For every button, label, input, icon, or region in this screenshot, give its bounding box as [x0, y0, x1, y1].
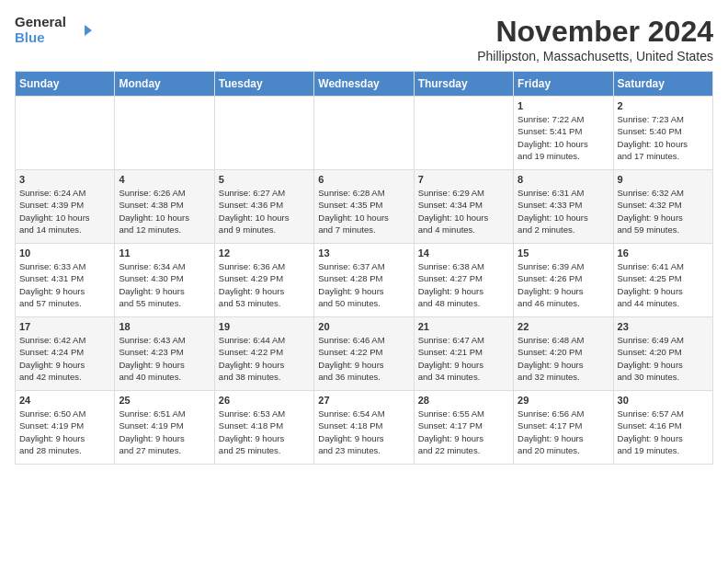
day-info: Sunrise: 6:28 AM Sunset: 4:35 PM Dayligh…: [318, 187, 409, 236]
day-number: 12: [219, 247, 310, 259]
day-info: Sunrise: 6:38 AM Sunset: 4:27 PM Dayligh…: [418, 260, 509, 309]
day-info: Sunrise: 7:23 AM Sunset: 5:40 PM Dayligh…: [618, 113, 709, 162]
day-number: 7: [418, 174, 509, 185]
day-cell-22: 22Sunrise: 6:48 AM Sunset: 4:20 PM Dayli…: [514, 317, 613, 391]
day-header-monday: Monday: [115, 72, 214, 97]
empty-cell: [115, 97, 214, 170]
week-row-2: 3Sunrise: 6:24 AM Sunset: 4:39 PM Daylig…: [16, 170, 713, 244]
page-header: General Blue November 2024 Phillipston, …: [15, 15, 713, 63]
day-cell-10: 10Sunrise: 6:33 AM Sunset: 4:31 PM Dayli…: [16, 244, 115, 317]
day-info: Sunrise: 6:57 AM Sunset: 4:16 PM Dayligh…: [618, 408, 709, 456]
day-cell-7: 7Sunrise: 6:29 AM Sunset: 4:34 PM Daylig…: [414, 170, 513, 244]
calendar-table: SundayMondayTuesdayWednesdayThursdayFrid…: [15, 71, 713, 465]
day-info: Sunrise: 6:32 AM Sunset: 4:32 PM Dayligh…: [618, 187, 709, 236]
day-cell-13: 13Sunrise: 6:37 AM Sunset: 4:28 PM Dayli…: [314, 244, 414, 317]
day-header-tuesday: Tuesday: [214, 72, 313, 97]
day-number: 6: [318, 174, 409, 185]
day-info: Sunrise: 6:55 AM Sunset: 4:17 PM Dayligh…: [418, 408, 509, 456]
day-cell-4: 4Sunrise: 6:26 AM Sunset: 4:38 PM Daylig…: [115, 170, 214, 244]
empty-cell: [16, 97, 115, 170]
day-info: Sunrise: 6:44 AM Sunset: 4:22 PM Dayligh…: [219, 334, 310, 383]
day-number: 17: [19, 321, 110, 332]
day-info: Sunrise: 6:41 AM Sunset: 4:25 PM Dayligh…: [618, 260, 709, 309]
day-info: Sunrise: 6:48 AM Sunset: 4:20 PM Dayligh…: [518, 334, 609, 383]
day-number: 11: [119, 247, 210, 259]
day-header-wednesday: Wednesday: [314, 72, 414, 97]
day-cell-23: 23Sunrise: 6:49 AM Sunset: 4:20 PM Dayli…: [613, 317, 712, 391]
day-number: 16: [618, 247, 709, 259]
day-cell-18: 18Sunrise: 6:43 AM Sunset: 4:23 PM Dayli…: [115, 317, 214, 391]
logo-line2: Blue: [15, 30, 66, 46]
day-cell-1: 1Sunrise: 7:22 AM Sunset: 5:41 PM Daylig…: [514, 97, 613, 170]
day-number: 21: [418, 321, 509, 332]
day-header-saturday: Saturday: [613, 72, 712, 97]
day-number: 25: [119, 395, 210, 406]
day-number: 19: [219, 321, 310, 332]
day-info: Sunrise: 6:27 AM Sunset: 4:36 PM Dayligh…: [219, 187, 310, 236]
logo-line1: General: [15, 15, 66, 30]
day-cell-6: 6Sunrise: 6:28 AM Sunset: 4:35 PM Daylig…: [314, 170, 414, 244]
day-number: 8: [518, 174, 609, 185]
day-number: 20: [318, 321, 409, 332]
day-cell-27: 27Sunrise: 6:54 AM Sunset: 4:18 PM Dayli…: [314, 391, 414, 465]
day-info: Sunrise: 6:42 AM Sunset: 4:24 PM Dayligh…: [19, 334, 110, 383]
day-cell-28: 28Sunrise: 6:55 AM Sunset: 4:17 PM Dayli…: [414, 391, 513, 465]
week-row-3: 10Sunrise: 6:33 AM Sunset: 4:31 PM Dayli…: [16, 244, 713, 317]
day-header-thursday: Thursday: [414, 72, 513, 97]
day-number: 30: [618, 395, 709, 406]
svg-marker-0: [70, 25, 92, 36]
day-info: Sunrise: 6:50 AM Sunset: 4:19 PM Dayligh…: [19, 408, 110, 456]
week-row-1: 1Sunrise: 7:22 AM Sunset: 5:41 PM Daylig…: [16, 97, 713, 170]
day-info: Sunrise: 6:46 AM Sunset: 4:22 PM Dayligh…: [318, 334, 409, 383]
day-info: Sunrise: 6:24 AM Sunset: 4:39 PM Dayligh…: [19, 187, 110, 236]
week-row-5: 24Sunrise: 6:50 AM Sunset: 4:19 PM Dayli…: [16, 391, 713, 465]
day-info: Sunrise: 6:33 AM Sunset: 4:31 PM Dayligh…: [19, 260, 110, 309]
day-cell-2: 2Sunrise: 7:23 AM Sunset: 5:40 PM Daylig…: [613, 97, 712, 170]
day-number: 22: [518, 321, 609, 332]
day-info: Sunrise: 6:43 AM Sunset: 4:23 PM Dayligh…: [119, 334, 210, 383]
day-number: 29: [518, 395, 609, 406]
logo: General Blue: [15, 15, 92, 45]
day-info: Sunrise: 6:26 AM Sunset: 4:38 PM Dayligh…: [119, 187, 210, 236]
day-info: Sunrise: 6:51 AM Sunset: 4:19 PM Dayligh…: [119, 408, 210, 456]
day-cell-16: 16Sunrise: 6:41 AM Sunset: 4:25 PM Dayli…: [613, 244, 712, 317]
empty-cell: [414, 97, 513, 170]
month-title: November 2024: [477, 15, 713, 49]
day-info: Sunrise: 6:34 AM Sunset: 4:30 PM Dayligh…: [119, 260, 210, 309]
week-row-4: 17Sunrise: 6:42 AM Sunset: 4:24 PM Dayli…: [16, 317, 713, 391]
day-info: Sunrise: 6:29 AM Sunset: 4:34 PM Dayligh…: [418, 187, 509, 236]
day-number: 28: [418, 395, 509, 406]
day-cell-14: 14Sunrise: 6:38 AM Sunset: 4:27 PM Dayli…: [414, 244, 513, 317]
day-number: 4: [119, 174, 210, 185]
day-number: 13: [318, 247, 409, 259]
day-info: Sunrise: 6:47 AM Sunset: 4:21 PM Dayligh…: [418, 334, 509, 383]
day-cell-12: 12Sunrise: 6:36 AM Sunset: 4:29 PM Dayli…: [214, 244, 313, 317]
day-number: 24: [19, 395, 110, 406]
day-cell-26: 26Sunrise: 6:53 AM Sunset: 4:18 PM Dayli…: [214, 391, 313, 465]
day-cell-17: 17Sunrise: 6:42 AM Sunset: 4:24 PM Dayli…: [16, 317, 115, 391]
day-info: Sunrise: 7:22 AM Sunset: 5:41 PM Dayligh…: [518, 113, 609, 162]
day-cell-9: 9Sunrise: 6:32 AM Sunset: 4:32 PM Daylig…: [613, 170, 712, 244]
day-number: 26: [219, 395, 310, 406]
day-number: 27: [318, 395, 409, 406]
day-info: Sunrise: 6:53 AM Sunset: 4:18 PM Dayligh…: [219, 408, 310, 456]
day-header-sunday: Sunday: [16, 72, 115, 97]
day-info: Sunrise: 6:49 AM Sunset: 4:20 PM Dayligh…: [618, 334, 709, 383]
day-cell-21: 21Sunrise: 6:47 AM Sunset: 4:21 PM Dayli…: [414, 317, 513, 391]
day-number: 2: [618, 100, 709, 111]
day-number: 18: [119, 321, 210, 332]
day-number: 1: [518, 100, 609, 111]
day-info: Sunrise: 6:37 AM Sunset: 4:28 PM Dayligh…: [318, 260, 409, 309]
day-cell-25: 25Sunrise: 6:51 AM Sunset: 4:19 PM Dayli…: [115, 391, 214, 465]
empty-cell: [214, 97, 313, 170]
day-cell-29: 29Sunrise: 6:56 AM Sunset: 4:17 PM Dayli…: [514, 391, 613, 465]
empty-cell: [314, 97, 414, 170]
day-number: 23: [618, 321, 709, 332]
day-info: Sunrise: 6:39 AM Sunset: 4:26 PM Dayligh…: [518, 260, 609, 309]
day-cell-19: 19Sunrise: 6:44 AM Sunset: 4:22 PM Dayli…: [214, 317, 313, 391]
day-number: 14: [418, 247, 509, 259]
day-cell-8: 8Sunrise: 6:31 AM Sunset: 4:33 PM Daylig…: [514, 170, 613, 244]
day-info: Sunrise: 6:31 AM Sunset: 4:33 PM Dayligh…: [518, 187, 609, 236]
title-block: November 2024 Phillipston, Massachusetts…: [477, 15, 713, 63]
day-cell-5: 5Sunrise: 6:27 AM Sunset: 4:36 PM Daylig…: [214, 170, 313, 244]
